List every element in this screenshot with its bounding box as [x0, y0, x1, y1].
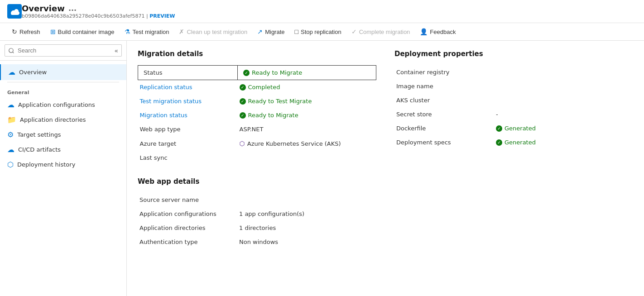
cicd-artifacts-label: CI/CD artifacts	[18, 146, 61, 153]
deployment-history-label: Deployment history	[17, 161, 75, 168]
search-input[interactable]	[5, 44, 122, 57]
complete-migration-icon: ✓	[351, 28, 357, 35]
clean-up-icon: ✗	[179, 28, 184, 35]
aks-cluster-label: AKS cluster	[394, 93, 494, 107]
more-options-icon[interactable]: ...	[68, 4, 77, 13]
test-migration-status-label: Test migration status	[138, 94, 238, 108]
web-app-type-label: Web app type	[138, 122, 238, 136]
dockerfile-value: Generated	[494, 121, 633, 135]
build-container-icon: ⊞	[50, 28, 56, 35]
test-migration-button[interactable]: ⚗ Test migration	[120, 26, 174, 38]
replication-status-row: Replication status Completed	[138, 80, 376, 95]
migration-status-label: Migration status	[138, 108, 238, 122]
sidebar-nav: ☁ Overview General ☁ Application configu…	[0, 61, 126, 176]
web-app-type-row: Web app type ASP.NET	[138, 122, 376, 136]
overview-label: Overview	[19, 69, 47, 76]
app-configurations-row: Application configurations 1 app configu…	[138, 207, 376, 221]
last-sync-row: Last sync	[138, 151, 376, 165]
container-registry-value	[494, 65, 633, 79]
main-content: Migration details Status	[127, 41, 644, 296]
migration-status-value: Ready to Migrate	[238, 108, 376, 122]
app-configurations-icon: ☁	[7, 100, 14, 109]
migrate-icon: ↗	[257, 28, 263, 35]
stop-replication-icon: □	[295, 28, 298, 35]
deployment-history-icon: ⬡	[7, 160, 14, 169]
secret-store-label: Secret store	[394, 107, 494, 121]
title-text: Overview	[22, 4, 65, 13]
auth-type-label: Authentication type	[138, 235, 237, 249]
collapse-sidebar-icon[interactable]: «	[114, 47, 118, 54]
complete-migration-button[interactable]: ✓ Complete migration	[347, 26, 415, 38]
secret-store-value: -	[494, 107, 633, 121]
app-directories-detail-label: Application directories	[138, 221, 237, 235]
migration-details-column: Migration details Status	[138, 50, 376, 249]
azure-migrate-icon	[7, 4, 22, 19]
sidebar-item-app-directories[interactable]: 📁 Application directories	[0, 112, 126, 127]
two-column-layout: Migration details Status	[138, 50, 633, 249]
stop-replication-label: Stop replication	[301, 29, 341, 35]
refresh-label: Refresh	[19, 29, 40, 35]
replication-dot	[240, 84, 246, 91]
refresh-button[interactable]: ↻ Refresh	[7, 26, 45, 38]
web-app-type-value: ASP.NET	[238, 122, 376, 136]
deployment-properties-table: Container registry Image name AKS cluste…	[394, 65, 633, 149]
build-container-label: Build container image	[58, 29, 115, 35]
feedback-button[interactable]: 👤 Feedback	[415, 26, 460, 38]
migration-status-dot	[240, 112, 246, 119]
sidebar-item-cicd-artifacts[interactable]: ☁ CI/CD artifacts	[0, 142, 126, 157]
resource-id: b09806da640638a295278e040c9b6503afef5871	[22, 13, 144, 19]
azure-target-label: Azure target	[138, 136, 238, 151]
app-directories-label: Application directories	[20, 116, 86, 123]
app-title: Overview ...	[22, 4, 175, 13]
migration-details-table: Status Ready to Migrate	[138, 65, 376, 165]
status-green-dot	[243, 70, 250, 76]
dockerfile-dot	[496, 125, 502, 132]
sidebar-item-overview[interactable]: ☁ Overview	[0, 64, 126, 80]
app-directories-icon: 📁	[7, 115, 16, 124]
sidebar-item-target-settings[interactable]: ⚙ Target settings	[0, 127, 126, 142]
test-migration-status-row: Test migration status Ready to Test Migr…	[138, 94, 376, 108]
image-name-row: Image name	[394, 79, 633, 93]
overview-icon: ☁	[8, 68, 15, 76]
status-value: Ready to Migrate	[238, 66, 376, 80]
deployment-specs-dot	[496, 139, 502, 146]
test-migration-label: Test migration	[133, 29, 169, 35]
sidebar-item-deployment-history[interactable]: ⬡ Deployment history	[0, 157, 126, 172]
header-subtitle: b09806da640638a295278e040c9b6503afef5871…	[22, 13, 175, 19]
status-label: Status	[138, 66, 238, 80]
deployment-specs-row: Deployment specs Generated	[394, 135, 633, 149]
web-app-details-table: Source server name Application configura…	[138, 193, 376, 249]
build-container-button[interactable]: ⊞ Build container image	[46, 26, 119, 38]
last-sync-value	[238, 151, 376, 165]
auth-type-row: Authentication type Non windows	[138, 235, 376, 249]
azure-target-value: ⬡ Azure Kubernetes Service (AKS)	[238, 136, 376, 151]
image-name-value	[494, 79, 633, 93]
sidebar-search-container: «	[0, 41, 126, 61]
secret-store-row: Secret store -	[394, 107, 633, 121]
sidebar-divider	[7, 82, 119, 82]
source-server-value	[237, 193, 376, 207]
app-configurations-detail-value: 1 app configuration(s)	[237, 207, 376, 221]
app-configurations-detail-label: Application configurations	[138, 207, 237, 221]
clean-up-label: Clean up test migration	[187, 29, 247, 35]
test-migration-status-value: Ready to Test Migrate	[238, 94, 376, 108]
status-row: Status Ready to Migrate	[138, 66, 376, 80]
target-settings-label: Target settings	[17, 131, 61, 138]
cicd-artifacts-icon: ☁	[7, 145, 14, 154]
aks-icon: ⬡	[240, 140, 245, 147]
sidebar-item-app-configurations[interactable]: ☁ Application configurations	[0, 97, 126, 112]
stop-replication-button[interactable]: □ Stop replication	[290, 26, 346, 38]
deployment-specs-label: Deployment specs	[394, 135, 494, 149]
deployment-properties-title: Deployment properties	[394, 50, 633, 58]
migrate-button[interactable]: ↗ Migrate	[253, 26, 289, 38]
clean-up-button[interactable]: ✗ Clean up test migration	[174, 26, 252, 38]
preview-badge: PREVIEW	[149, 13, 175, 19]
container-registry-label: Container registry	[394, 65, 494, 79]
toolbar: ↻ Refresh ⊞ Build container image ⚗ Test…	[0, 23, 644, 41]
aks-cluster-row: AKS cluster	[394, 93, 633, 107]
source-server-row: Source server name	[138, 193, 376, 207]
app-configurations-label: Application configurations	[18, 101, 95, 108]
complete-migration-label: Complete migration	[359, 29, 410, 35]
dockerfile-row: Dockerfile Generated	[394, 121, 633, 135]
app-directories-row: Application directories 1 directories	[138, 221, 376, 235]
